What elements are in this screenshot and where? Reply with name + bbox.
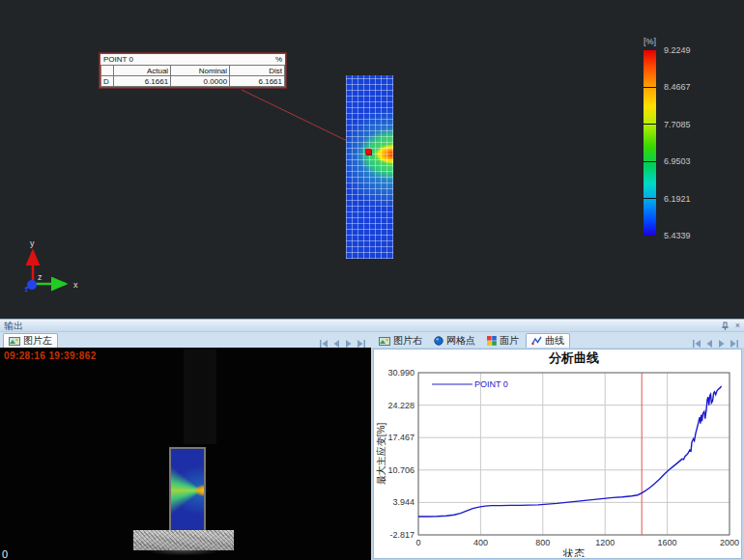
- first-frame-icon[interactable]: [693, 340, 701, 348]
- point-annotation-table: POINT 0 % Actual Nominal Dist D 6.1661 0…: [100, 53, 286, 88]
- x-tick-label: 1200: [595, 538, 615, 547]
- app-window: POINT 0 % Actual Nominal Dist D 6.1661 0…: [0, 0, 744, 560]
- curve-pane: 30.99024.22817.46710.7063.944-2.81704008…: [371, 348, 744, 560]
- plot-border: [418, 373, 730, 535]
- point-0-marker[interactable]: [365, 149, 371, 154]
- color-scale-legend: [%] 9.22498.46677.70856.95036.19215.4339: [644, 37, 656, 236]
- table-row: D 6.1661 0.0000 6.1661: [101, 76, 285, 87]
- grid-point-icon: [434, 336, 444, 346]
- analysis-chart-svg: 30.99024.22817.46710.7063.944-2.81704008…: [374, 350, 741, 557]
- x-tick-label: 0: [415, 538, 420, 547]
- curve-icon: [531, 336, 542, 346]
- col-header-actual: Actual: [114, 66, 171, 76]
- fixture-reflection: [141, 550, 226, 560]
- color-scale-bar: 9.22498.46677.70856.95036.19215.4339: [644, 50, 656, 236]
- last-frame-icon[interactable]: [730, 340, 738, 348]
- chart-title: 分析曲线: [548, 350, 599, 365]
- left-pane-tabstrip: 图片左: [0, 332, 371, 348]
- legend-label: POINT 0: [474, 379, 508, 389]
- y-axis-label: y: [30, 238, 35, 248]
- upper-grip-silhouette: [184, 348, 216, 444]
- row-label: D: [101, 76, 114, 87]
- col-header-dist: Dist: [230, 66, 285, 76]
- color-scale-tick: [644, 124, 656, 125]
- left-frame-nav: [320, 340, 371, 348]
- last-frame-icon[interactable]: [357, 340, 365, 348]
- camera-image-left-view[interactable]: 09:28:16 19:39:862 0: [0, 348, 371, 560]
- analysis-chart[interactable]: 30.99024.22817.46710.7063.944-2.81704008…: [373, 349, 742, 559]
- x-axis-label: x: [73, 280, 78, 290]
- x-axis-label: 状态: [562, 547, 585, 557]
- y-tick-label: -2.817: [389, 530, 415, 540]
- y-tick-label: 17.467: [387, 433, 415, 442]
- color-scale-value: 9.2249: [664, 45, 691, 55]
- col-header-blank: [101, 66, 114, 76]
- coordinate-triad: y x z: [14, 238, 83, 297]
- viewport-3d[interactable]: POINT 0 % Actual Nominal Dist D 6.1661 0…: [0, 0, 744, 319]
- point-label: POINT 0: [103, 55, 133, 64]
- color-scale-value: 8.4667: [664, 82, 691, 92]
- color-scale-tick: [644, 198, 656, 199]
- tab-label: 网格点: [446, 334, 475, 348]
- col-header-nominal: Nominal: [171, 66, 230, 76]
- specimen-base-fixture: [133, 530, 234, 550]
- color-scale-value: 6.1921: [664, 194, 691, 204]
- output-content: 09:28:16 19:39:862 0 30.99024.22817.4671…: [0, 348, 744, 560]
- tab-curves[interactable]: 曲线: [526, 333, 570, 348]
- auto-hide-pin-icon[interactable]: [721, 322, 730, 330]
- color-gradient: [644, 50, 656, 236]
- x-tick-label: 2000: [720, 538, 739, 547]
- color-scale-tick: [644, 87, 656, 88]
- previous-frame-icon[interactable]: [333, 340, 340, 348]
- y-tick-label: 24.228: [387, 401, 415, 410]
- color-scale-value: 7.7085: [664, 120, 691, 129]
- color-scale-tick: [644, 161, 656, 162]
- x-tick-label: 1600: [658, 538, 677, 547]
- y-tick-label: 30.990: [387, 368, 415, 378]
- first-frame-icon[interactable]: [320, 340, 329, 348]
- close-icon[interactable]: ×: [735, 321, 740, 330]
- output-panel-title: 输出: [4, 321, 23, 331]
- z-axis-label: z: [38, 272, 43, 282]
- tab-facets[interactable]: 面片: [482, 333, 524, 348]
- color-scale-value: 5.4339: [664, 231, 691, 240]
- tab-label: 图片左: [23, 334, 52, 348]
- y-tick-label: 10.706: [387, 465, 415, 475]
- output-panel: 输出 × 图片左: [0, 319, 744, 560]
- right-pane-tabstrip: 图片右 网格点 面片: [371, 332, 744, 348]
- dist-value: 6.1661: [230, 76, 285, 87]
- y-axis-label: 最大主应变[%]: [376, 423, 386, 486]
- x-tick-label: 400: [473, 538, 488, 547]
- tab-label: 面片: [500, 334, 519, 348]
- frame-counter: 0: [2, 548, 8, 560]
- strain-map-specimen[interactable]: [346, 75, 393, 259]
- actual-value: 6.1661: [114, 76, 171, 87]
- image-icon: [379, 336, 390, 346]
- right-frame-nav: [693, 340, 744, 348]
- tab-image-left[interactable]: 图片左: [3, 333, 58, 348]
- facet-icon: [487, 336, 497, 346]
- tab-label: 曲线: [545, 334, 564, 348]
- tab-image-right[interactable]: 图片右: [374, 333, 427, 348]
- color-scale-unit: [%]: [644, 37, 656, 46]
- next-frame-icon[interactable]: [345, 340, 352, 348]
- tab-label: 图片右: [393, 334, 422, 348]
- x-tick-label: 800: [535, 538, 550, 547]
- next-frame-icon[interactable]: [718, 340, 725, 348]
- output-titlebar: 输出 ×: [0, 320, 744, 332]
- camera-specimen-overlay: [169, 447, 206, 534]
- image-icon: [9, 336, 20, 346]
- series-line: [418, 386, 722, 517]
- point-unit: %: [275, 55, 282, 64]
- nominal-value: 0.0000: [171, 76, 230, 87]
- previous-frame-icon[interactable]: [706, 340, 713, 348]
- tab-grid-points[interactable]: 网格点: [429, 333, 480, 348]
- y-tick-label: 3.944: [392, 497, 415, 507]
- color-scale-value: 6.9503: [664, 156, 691, 166]
- image-timestamp: 09:28:16 19:39:862: [4, 350, 97, 361]
